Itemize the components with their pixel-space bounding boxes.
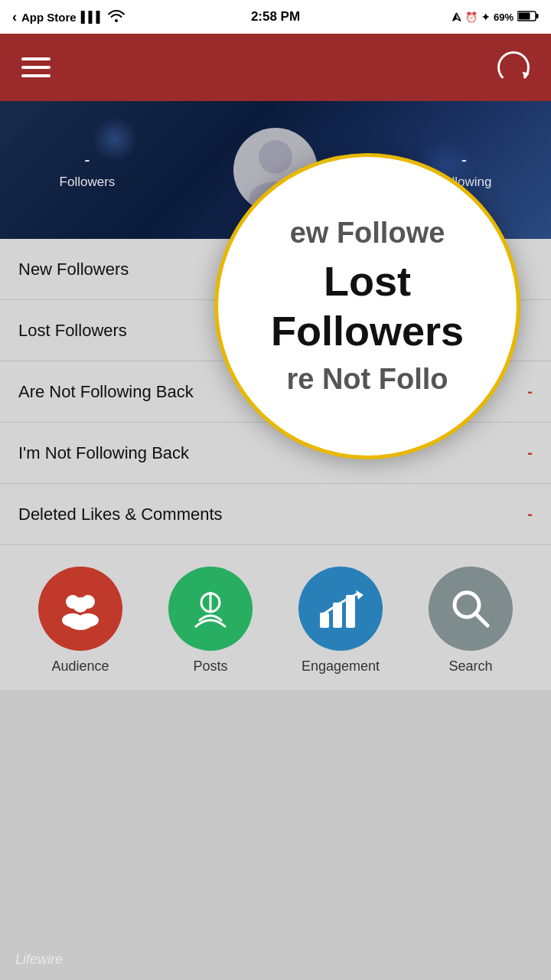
wifi-icon [108,10,125,24]
engagement-label: Engagement [302,658,380,675]
menu-item-new-followers[interactable]: New Followers [0,239,551,300]
menu-item-im-not-following[interactable]: I'm Not Following Back - [0,423,551,484]
menu-item-not-following-back[interactable]: Are Not Following Back - [0,361,551,423]
menu-label-deleted-likes: Deleted Likes & Comments [18,505,223,524]
location-icon: ⮙ [452,11,461,23]
signal-bars: ▌▌▌ [81,11,104,23]
tab-search[interactable]: Search [429,567,513,675]
status-right: ⮙ ⏰ ✦ 69% [452,10,539,24]
menu-label-new-followers: New Followers [18,260,129,279]
search-label: Search [448,658,492,675]
svg-marker-16 [356,590,364,599]
status-time: 2:58 PM [251,9,300,24]
back-arrow: ‹ [12,9,17,25]
alarm-icon: ⏰ [465,11,478,23]
svg-point-10 [68,616,93,630]
svg-rect-1 [536,14,539,18]
profile-section: - Followers - Following [0,101,551,239]
hamburger-menu[interactable] [21,57,51,77]
svg-point-7 [73,597,88,612]
menu-list: New Followers Lost Followers Are Not Fol… [0,239,551,545]
following-count: - [461,150,467,170]
carrier-label: App Store [21,11,77,24]
bluetooth-icon: ✦ [481,11,490,23]
engagement-icon [298,567,383,651]
im-not-following-badge: - [527,444,533,462]
hamburger-line-3 [21,74,51,77]
followers-label: Followers [60,175,116,190]
search-icon [429,567,513,651]
tab-bar: Audience Posts Engagement [0,545,551,690]
avatar [233,128,318,212]
following-label: Following [437,175,492,190]
posts-icon [168,567,253,651]
menu-label-im-not-following: I'm Not Following Back [18,443,189,463]
followers-stat: - Followers [60,150,116,190]
menu-item-lost-followers[interactable]: Lost Followers [0,300,551,361]
tab-engagement[interactable]: Engagement [298,567,383,675]
tab-posts[interactable]: Posts [168,567,253,675]
battery-level: 69% [494,11,514,23]
svg-point-3 [259,140,292,174]
menu-item-deleted-likes[interactable]: Deleted Likes & Comments - [0,484,551,545]
nav-bar [0,34,551,101]
audience-icon [38,567,122,651]
watermark: Lifewire [15,952,63,968]
svg-point-4 [249,181,302,204]
deleted-likes-badge: - [527,505,533,523]
menu-label-lost-followers: Lost Followers [18,321,127,341]
posts-label: Posts [193,658,227,675]
followers-count: - [84,150,90,170]
audience-label: Audience [51,658,109,675]
refresh-icon[interactable] [497,51,530,83]
status-left: ‹ App Store ▌▌▌ [12,9,125,25]
svg-rect-2 [519,12,530,19]
battery-icon [517,10,539,24]
hamburger-line-1 [21,57,51,60]
not-following-back-badge: - [527,383,533,400]
svg-line-18 [475,613,487,626]
following-stat: - Following [437,150,492,190]
hamburger-line-2 [21,66,51,69]
status-bar: ‹ App Store ▌▌▌ 2:58 PM ⮙ ⏰ ✦ 69% [0,0,551,34]
menu-label-not-following-back: Are Not Following Back [18,382,194,402]
tab-audience[interactable]: Audience [38,567,122,675]
